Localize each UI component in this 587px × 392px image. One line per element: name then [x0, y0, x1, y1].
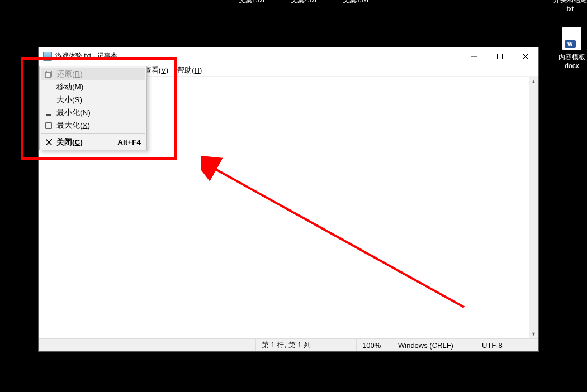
system-menu-label: 还原(R) — [56, 69, 145, 79]
maximize-icon — [497, 54, 503, 59]
system-menu: 还原(R) 移动(M) 大小(S) 最小化(N) 最大化(X) 关闭(C) Al… — [39, 66, 147, 150]
system-menu-label: 关闭(C) — [56, 137, 117, 147]
file-label: 内容模板 — [552, 52, 587, 62]
status-encoding: UTF-8 — [476, 339, 538, 351]
system-menu-label: 大小(S) — [56, 95, 145, 105]
system-menu-maximize[interactable]: 最大化(X) — [41, 119, 145, 132]
system-menu-move[interactable]: 移动(M) — [41, 80, 145, 93]
desktop-file-txt-4[interactable]: 开头和结尾 txt — [551, 0, 587, 13]
scroll-up-button[interactable]: ▲ — [529, 77, 538, 86]
svg-rect-1 — [498, 54, 503, 59]
window-title: 游戏体验.txt - 记事本 — [55, 51, 117, 61]
restore-icon — [41, 71, 56, 78]
status-line-ending: Windows (CRLF) — [392, 339, 476, 351]
svg-rect-7 — [46, 123, 51, 128]
maximize-button[interactable] — [487, 47, 513, 65]
status-zoom: 100% — [356, 339, 392, 351]
system-menu-restore[interactable]: 还原(R) — [41, 68, 145, 80]
system-menu-shortcut: Alt+F4 — [117, 138, 145, 146]
close-icon — [523, 54, 528, 59]
statusbar: 第 1 行, 第 1 列 100% Windows (CRLF) UTF-8 — [39, 338, 538, 351]
close-icon — [41, 139, 56, 145]
system-menu-label: 最大化(X) — [56, 121, 145, 131]
status-position: 第 1 行, 第 1 列 — [255, 339, 356, 351]
system-menu-close[interactable]: 关闭(C) Alt+F4 — [41, 136, 145, 149]
notepad-icon[interactable] — [43, 52, 52, 61]
titlebar[interactable]: 游戏体验.txt - 记事本 — [39, 47, 538, 65]
svg-rect-5 — [46, 72, 51, 77]
file-label: 文集1.txt — [232, 0, 271, 5]
file-label: 文集2.txt — [284, 0, 323, 5]
desktop-file-docx[interactable]: 内容模板 docx — [552, 27, 587, 70]
system-menu-label: 移动(M) — [56, 82, 145, 92]
file-label: docx — [552, 62, 587, 70]
minimize-icon — [41, 109, 56, 116]
vertical-scrollbar[interactable]: ▲ ▼ — [529, 77, 538, 338]
system-menu-label: 最小化(N) — [56, 108, 145, 118]
system-menu-separator — [41, 133, 145, 134]
word-icon — [562, 27, 581, 50]
maximize-icon — [41, 122, 56, 129]
minimize-icon — [471, 54, 477, 59]
scroll-down-button[interactable]: ▼ — [529, 329, 538, 338]
file-label: 文集3.txt — [336, 0, 375, 5]
close-button[interactable] — [513, 47, 538, 65]
desktop-file-txt-3[interactable]: 文集3.txt — [336, 0, 375, 5]
system-menu-size[interactable]: 大小(S) — [41, 93, 145, 106]
minimize-button[interactable] — [461, 47, 487, 65]
menu-help[interactable]: 帮助(H) — [173, 64, 206, 77]
file-label: 开头和结尾 — [551, 0, 587, 5]
status-filler — [39, 339, 255, 351]
desktop: 文集1.txt 文集2.txt 文集3.txt 开头和结尾 txt 内容模板 d… — [0, 0, 587, 39]
system-menu-minimize[interactable]: 最小化(N) — [41, 106, 145, 119]
desktop-file-txt-1[interactable]: 文集1.txt — [232, 0, 271, 5]
desktop-file-txt-2[interactable]: 文集2.txt — [284, 0, 323, 5]
file-label: txt — [551, 5, 587, 13]
